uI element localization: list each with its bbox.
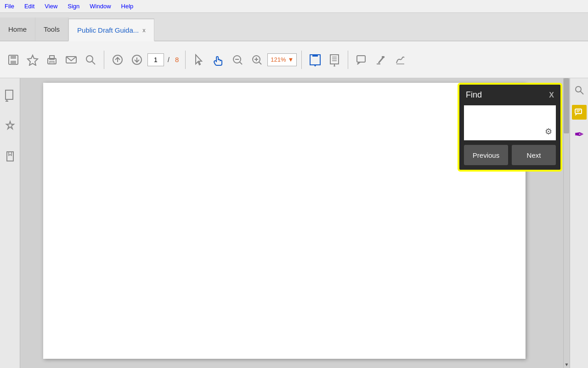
- find-search-input[interactable]: [468, 108, 552, 119]
- scroll-down-arrow[interactable]: ▼: [564, 361, 570, 368]
- svg-point-37: [576, 86, 581, 92]
- page-total: 8: [175, 56, 179, 63]
- svg-rect-1: [11, 55, 16, 59]
- svg-line-9: [92, 61, 95, 64]
- left-sidebar: [0, 78, 20, 368]
- svg-rect-27: [357, 56, 365, 62]
- svg-line-14: [239, 62, 242, 64]
- right-search-icon[interactable]: [572, 83, 587, 98]
- find-header: Find X: [459, 85, 560, 104]
- next-page-button[interactable]: [128, 48, 146, 71]
- document-page: [43, 83, 526, 359]
- bookmark-button[interactable]: [24, 48, 41, 71]
- find-buttons: Previous Next: [464, 145, 556, 165]
- highlight-button[interactable]: [372, 48, 390, 71]
- tab-tools[interactable]: Tools: [35, 17, 68, 40]
- scrollbar-track: ▲ ▼: [563, 78, 570, 368]
- comment-button[interactable]: [353, 48, 370, 71]
- find-next-button[interactable]: Next: [512, 145, 556, 165]
- menu-sign[interactable]: Sign: [66, 2, 81, 11]
- sep1: [104, 51, 104, 69]
- svg-marker-3: [28, 55, 38, 65]
- find-options-gear[interactable]: ⚙: [545, 126, 552, 137]
- svg-line-38: [580, 92, 583, 95]
- main-area: ▲ ▼ Find X ⚙ Previous Next ✒: [0, 78, 588, 368]
- tab-bar: Home Tools Public Draft Guida... x: [0, 13, 588, 41]
- svg-line-28: [379, 58, 383, 63]
- sep2: [185, 51, 186, 69]
- find-close-button[interactable]: X: [549, 91, 554, 99]
- svg-rect-6: [50, 61, 54, 64]
- zoom-in-button[interactable]: [248, 48, 266, 71]
- svg-rect-29: [382, 56, 384, 58]
- search-small-button[interactable]: [82, 48, 99, 71]
- bookmark-panel-icon[interactable]: [2, 118, 18, 134]
- nav-panel-icon[interactable]: [2, 148, 18, 165]
- prev-page-button[interactable]: [109, 48, 126, 71]
- find-title: Find: [466, 90, 482, 100]
- menu-window[interactable]: Window: [88, 2, 113, 11]
- save-button[interactable]: [5, 48, 22, 71]
- svg-rect-39: [575, 109, 582, 114]
- zoom-dropdown-icon: ▼: [288, 56, 294, 63]
- print-button[interactable]: [43, 48, 61, 71]
- find-previous-button[interactable]: Previous: [464, 145, 508, 165]
- svg-rect-2: [11, 61, 16, 64]
- svg-point-8: [86, 56, 93, 62]
- tab-close-btn[interactable]: x: [142, 27, 146, 34]
- hand-tool-button[interactable]: [209, 48, 227, 71]
- tab-active-doc[interactable]: Public Draft Guida... x: [68, 18, 154, 41]
- find-dialog: Find X ⚙ Previous Next: [458, 83, 562, 172]
- menu-edit[interactable]: Edit: [23, 2, 36, 11]
- menu-bar: File Edit View Sign Window Help: [0, 0, 588, 13]
- menu-file[interactable]: File: [3, 2, 16, 11]
- zoom-value: 121%: [271, 56, 286, 63]
- right-comment-icon yellow-bg[interactable]: [572, 105, 587, 120]
- sep3: [301, 51, 302, 69]
- scroll-button[interactable]: [326, 48, 343, 71]
- page-thumbnail-icon[interactable]: [2, 87, 18, 104]
- svg-rect-32: [6, 90, 13, 99]
- svg-line-18: [259, 62, 261, 64]
- fit-page-button[interactable]: [306, 48, 324, 71]
- svg-marker-35: [6, 121, 14, 129]
- menu-view[interactable]: View: [43, 2, 59, 11]
- zoom-level-control[interactable]: 121% ▼: [267, 53, 297, 66]
- tab-home[interactable]: Home: [0, 17, 35, 40]
- svg-rect-36: [7, 152, 13, 161]
- find-input-wrap: ⚙: [464, 105, 556, 140]
- svg-rect-22: [330, 55, 339, 64]
- page-number-input[interactable]: 1: [147, 53, 164, 66]
- right-float-panel: ✒: [570, 78, 588, 368]
- zoom-out-button[interactable]: [229, 48, 246, 71]
- sep4: [348, 51, 348, 69]
- scrollbar-thumb[interactable]: [564, 78, 569, 133]
- cursor-tool-button[interactable]: [190, 48, 208, 71]
- svg-rect-20: [312, 55, 318, 57]
- page-separator: /: [168, 56, 170, 63]
- toolbar: 1 / 8 121% ▼: [0, 41, 588, 78]
- email-button[interactable]: [62, 48, 80, 71]
- tab-doc-label: Public Draft Guida...: [77, 26, 139, 34]
- right-pen-icon[interactable]: ✒: [572, 127, 587, 142]
- menu-help[interactable]: Help: [119, 2, 136, 11]
- sign-button[interactable]: [391, 48, 409, 71]
